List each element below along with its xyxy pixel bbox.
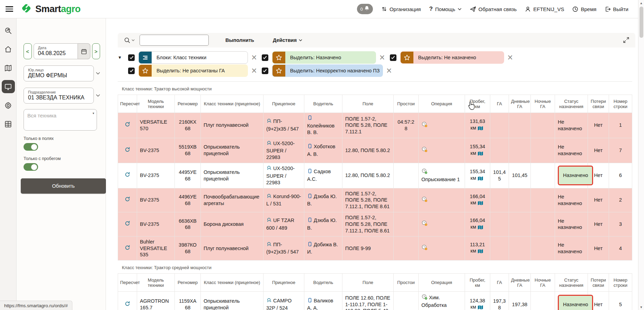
driver-icon[interactable]: [307, 298, 313, 305]
recalc-icon[interactable]: [125, 246, 130, 251]
app-logo[interactable]: Smartagro: [20, 2, 81, 16]
chevron-down-icon[interactable]: [96, 72, 100, 75]
column-header[interactable]: Водитель: [304, 95, 342, 113]
refresh-button[interactable]: Обновить: [21, 178, 106, 194]
sidebar-item-tables[interactable]: [2, 117, 15, 131]
implement-link-icon[interactable]: [266, 193, 272, 201]
driver-icon[interactable]: [307, 168, 313, 176]
implement-link-icon[interactable]: [266, 165, 272, 173]
driver-icon[interactable]: [307, 143, 313, 151]
column-header[interactable]: Дневные ГА: [509, 274, 531, 292]
column-header[interactable]: ГА: [490, 95, 509, 113]
operation-assigned-icon[interactable]: [421, 294, 428, 302]
filter-chip-not-assigned[interactable]: Выделить: Не назначено: [400, 51, 504, 64]
filter-chip-assigned[interactable]: Выделить: Назначено: [272, 51, 376, 64]
recalc-icon[interactable]: [125, 302, 130, 308]
execute-button[interactable]: Выполнить: [223, 37, 256, 43]
driver-icon[interactable]: [307, 115, 313, 123]
scroll-down-arrow[interactable]: ▼: [638, 304, 644, 310]
column-header[interactable]: Номер строки: [609, 274, 632, 292]
column-header[interactable]: Класс техники (прицепное): [201, 95, 263, 113]
nav-user[interactable]: EFTENIJ_VS: [525, 6, 564, 12]
chevron-down-icon[interactable]: [96, 94, 100, 97]
recalc-icon[interactable]: [125, 173, 130, 178]
toggle-only-in-fields[interactable]: [24, 143, 38, 151]
column-header[interactable]: Пробег, км: [465, 274, 490, 292]
operation-pending-icon[interactable]: [421, 146, 428, 154]
column-header[interactable]: Пробег, км: [465, 95, 490, 113]
implement-link-icon[interactable]: [266, 140, 272, 148]
sidebar-item-map[interactable]: [2, 61, 15, 74]
vertical-scrollbar[interactable]: ▲ ▼: [638, 0, 644, 310]
maximize-icon[interactable]: [623, 36, 630, 45]
column-header[interactable]: ГА: [490, 274, 509, 292]
nav-time[interactable]: Время: [572, 6, 596, 12]
map-icon[interactable]: [477, 305, 483, 310]
remove-filter-icon[interactable]: ×: [379, 53, 385, 62]
column-header[interactable]: Поле: [342, 95, 394, 113]
nav-organization[interactable]: Организация: [381, 6, 421, 12]
filter-chip-incorrect-pz[interactable]: Выделить: Некорректно назначено ПЗ: [272, 64, 383, 77]
notifications-button[interactable]: 0: [357, 4, 373, 14]
column-header[interactable]: Прицепное: [263, 95, 304, 113]
actions-menu-button[interactable]: Действия: [271, 37, 304, 43]
filter-checkbox[interactable]: [262, 54, 268, 61]
nav-help[interactable]: ? Помощь: [429, 6, 461, 12]
column-header[interactable]: Операция: [419, 274, 465, 292]
implement-link-icon[interactable]: [266, 241, 272, 249]
date-field[interactable]: Дата 04.08.2025: [34, 43, 78, 59]
column-header[interactable]: Простои: [394, 274, 419, 292]
implement-link-icon[interactable]: [266, 298, 272, 305]
column-header[interactable]: Потери связи: [588, 95, 609, 113]
sidebar-item-monitor[interactable]: [2, 80, 15, 93]
column-header[interactable]: Модель техники: [137, 274, 175, 292]
toggle-only-with-mileage[interactable]: [24, 163, 38, 171]
recalc-icon[interactable]: [125, 148, 130, 153]
column-header[interactable]: Статус назначения: [555, 274, 588, 292]
nav-logout[interactable]: Выйти: [605, 6, 628, 12]
column-header[interactable]: Номер строки: [609, 95, 632, 113]
column-header[interactable]: Поле: [342, 274, 394, 292]
column-header[interactable]: Дневные ГА: [509, 95, 531, 113]
operation-pending-icon[interactable]: [421, 121, 428, 130]
column-header[interactable]: Операция: [419, 95, 465, 113]
remove-filter-icon[interactable]: ×: [251, 66, 257, 76]
sidebar-item-settings[interactable]: [2, 99, 15, 112]
operation-assigned-icon[interactable]: [421, 168, 428, 176]
driver-icon[interactable]: [307, 193, 313, 201]
hamburger-menu-icon[interactable]: [6, 6, 13, 12]
scrollbar-thumb[interactable]: [639, 7, 643, 38]
column-header[interactable]: Пересчет: [118, 95, 137, 113]
map-icon[interactable]: [477, 151, 483, 158]
column-header[interactable]: Простои: [394, 95, 419, 113]
sidebar-item-analytics[interactable]: [2, 24, 15, 37]
remove-filter-icon[interactable]: ×: [386, 66, 392, 76]
recalc-icon[interactable]: [125, 222, 130, 227]
column-header[interactable]: Потери связи: [588, 274, 609, 292]
operation-pending-icon[interactable]: [421, 196, 428, 204]
map-icon[interactable]: [477, 176, 483, 183]
recalc-icon[interactable]: [125, 197, 130, 203]
driver-icon[interactable]: [307, 241, 313, 249]
remove-filter-icon[interactable]: ×: [508, 53, 513, 62]
column-header[interactable]: Пересчет: [118, 274, 137, 292]
date-prev-button[interactable]: <: [24, 43, 32, 59]
division-field[interactable]: Подразделение 01 ЗВЕЗДА ТЕХНИКА: [24, 88, 94, 104]
map-icon[interactable]: [477, 201, 483, 207]
column-header[interactable]: Водитель: [304, 274, 342, 292]
remove-filter-icon[interactable]: ×: [251, 53, 257, 62]
search-input[interactable]: [140, 35, 209, 46]
map-icon[interactable]: [477, 225, 483, 231]
column-header[interactable]: Прицепное: [263, 274, 304, 292]
column-header[interactable]: Модель техники: [137, 95, 175, 113]
nav-feedback[interactable]: Обратная связь: [470, 6, 517, 12]
filter-chip-no-ga[interactable]: Выделить: Не рассчитаны ГА: [138, 64, 248, 77]
column-header[interactable]: Регномер: [175, 95, 201, 113]
collapse-filters-icon[interactable]: ▼: [118, 55, 123, 60]
column-header[interactable]: Ночные ГА: [531, 274, 555, 292]
date-next-button[interactable]: >: [92, 43, 100, 59]
map-icon[interactable]: [477, 249, 483, 255]
implement-link-icon[interactable]: [266, 118, 272, 126]
column-header[interactable]: Ночные ГА: [531, 95, 555, 113]
column-header[interactable]: Класс техники (прицепное): [201, 274, 263, 292]
